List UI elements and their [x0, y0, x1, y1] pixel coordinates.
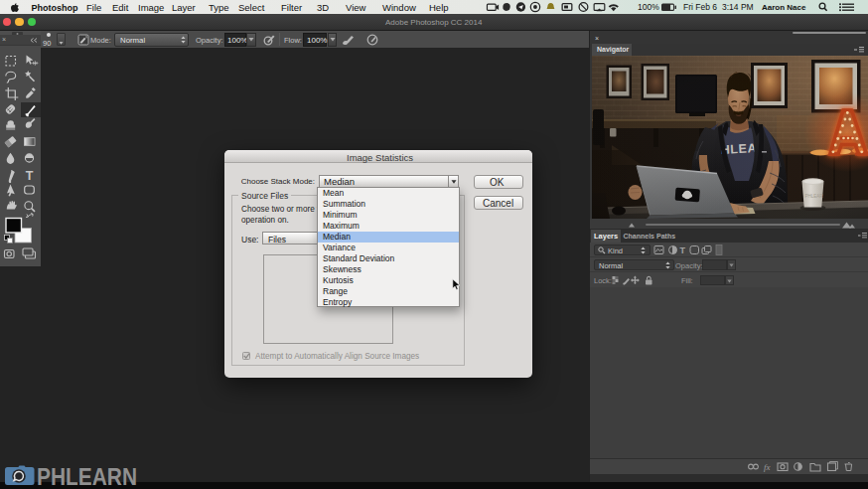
svg-text:Aaron Nace: Aaron Nace: [762, 3, 806, 12]
svg-text:T: T: [26, 169, 34, 183]
svg-text:3:14 PM: 3:14 PM: [722, 2, 754, 12]
svg-text:fx: fx: [764, 462, 771, 472]
svg-text:100%: 100%: [638, 2, 659, 12]
svg-text:T: T: [680, 245, 686, 255]
svg-text:PHLEARN: PHLEARN: [37, 463, 137, 488]
svg-text:Fri Feb 6: Fri Feb 6: [683, 2, 717, 12]
